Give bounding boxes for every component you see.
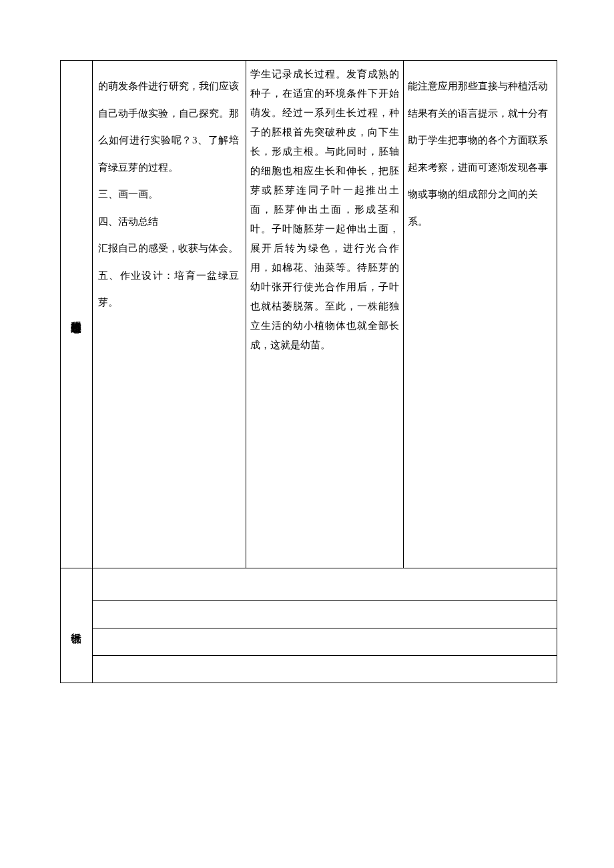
row-label-1: 心程进展伸核过推拓延 xyxy=(68,310,85,318)
board-row-3 xyxy=(61,628,557,656)
board-row-1: 板书设计 xyxy=(61,568,557,601)
board-cell-4 xyxy=(93,656,557,683)
row-label-cell-1: 心程进展伸核过推拓延 xyxy=(61,61,93,568)
col-teacher: 的萌发条件进行研究，我们应该自己动手做实验，自己探究。那么如何进行实验呢？3、了… xyxy=(93,61,246,568)
board-row-2 xyxy=(61,601,557,628)
board-cell-1 xyxy=(93,568,557,601)
col-notes: 能注意应用那些直接与种植活动结果有关的语言提示，就十分有助于学生把事物的各个方面… xyxy=(404,61,557,568)
col4-text: 能注意应用那些直接与种植活动结果有关的语言提示，就十分有助于学生把事物的各个方面… xyxy=(408,73,553,235)
col-student: 学生记录成长过程。发育成熟的种子，在适宜的环境条件下开始萌发。经过一系列生长过程… xyxy=(246,61,404,568)
board-row-4 xyxy=(61,656,557,683)
col2-text: 的萌发条件进行研究，我们应该自己动手做实验，自己探究。那么如何进行实验呢？3、了… xyxy=(98,73,239,316)
board-cell-2 xyxy=(93,601,557,628)
main-table: 心程进展伸核过推拓延 的萌发条件进行研究，我们应该自己动手做实验，自己探究。那么… xyxy=(60,60,557,683)
col3-text: 学生记录成长过程。发育成熟的种子，在适宜的环境条件下开始萌发。经过一系列生长过程… xyxy=(250,65,399,355)
page: 心程进展伸核过推拓延 的萌发条件进行研究，我们应该自己动手做实验，自己探究。那么… xyxy=(0,0,614,783)
row-label-cell-2: 板书设计 xyxy=(61,568,93,683)
content-row: 心程进展伸核过推拓延 的萌发条件进行研究，我们应该自己动手做实验，自己探究。那么… xyxy=(61,61,557,568)
board-cell-3 xyxy=(93,628,557,656)
row-label-2: 板书设计 xyxy=(68,620,85,628)
